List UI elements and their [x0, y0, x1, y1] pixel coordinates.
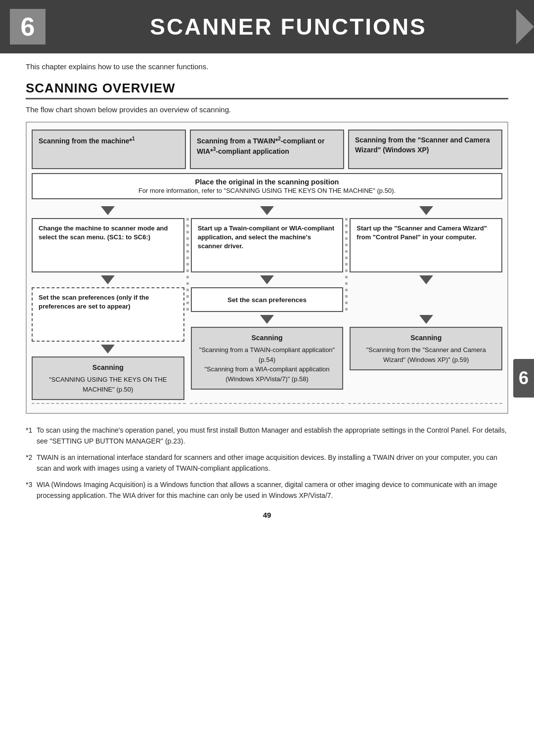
vdot	[186, 257, 189, 259]
vdot	[186, 250, 189, 253]
col-machine: Change the machine to scanner mode and s…	[32, 203, 184, 400]
scan-title-1: Scanning	[39, 362, 178, 373]
scan-text-1: "SCANNING USING THE KEYS ON THE MACHINE"…	[49, 376, 167, 393]
scan-title-3: Scanning	[356, 333, 495, 343]
arrow-down-1c	[101, 345, 115, 354]
vdot	[186, 269, 189, 272]
place-original-title: Place the original in the scanning posit…	[39, 178, 495, 186]
vdot	[345, 231, 348, 233]
place-original-box: Place the original in the scanning posit…	[32, 173, 502, 199]
arrow-down-2	[260, 206, 274, 215]
section-title: SCANNING OVERVIEW	[26, 81, 508, 96]
place-original-subtitle: For more information, refer to "SCANNING…	[39, 187, 495, 194]
bottom-dash-1	[32, 403, 186, 404]
footnote-3: *3 WIA (Windows Imaging Acquisition) is …	[26, 479, 508, 501]
vdot	[345, 263, 348, 266]
bottom-dash-2	[190, 403, 344, 404]
vdot	[186, 263, 189, 266]
vdot	[345, 302, 348, 304]
vdot	[186, 282, 189, 285]
three-col-wrapper: Change the machine to scanner mode and s…	[32, 203, 502, 400]
arrow-down-1	[101, 206, 115, 215]
scan-text-2a: "Scanning from a TWAIN-compliant applica…	[199, 346, 335, 363]
bottom-dash-row	[32, 403, 502, 406]
vdot	[345, 276, 348, 278]
fn-marker-3: *3	[26, 479, 35, 490]
footnote-2: *2 TWAIN is an international interface s…	[26, 452, 508, 474]
vdot	[345, 250, 348, 253]
set-scan-pref-dashed: Set the scan preferences (only if the pr…	[32, 287, 184, 342]
section-heading: SCANNING OVERVIEW	[26, 81, 508, 99]
header-arrow-icon	[516, 9, 534, 44]
set-scan-label: Set the scan preferences	[227, 296, 307, 304]
scan-box-machine: Scanning "SCANNING USING THE KEYS ON THE…	[32, 356, 184, 400]
content-area: This chapter explains how to use the sca…	[0, 62, 534, 519]
col-machine-inner: Change the machine to scanner mode and s…	[32, 203, 184, 400]
side-tab-number: 6	[519, 368, 529, 388]
scan-box-twain: Scanning "Scanning from a TWAIN-complian…	[191, 327, 344, 390]
vdot	[345, 289, 348, 291]
v-dots-1	[184, 203, 191, 400]
page-number: 49	[26, 511, 508, 519]
change-machine-box: Change the machine to scanner mode and s…	[32, 218, 184, 272]
vdot	[186, 244, 189, 246]
page-title: SCANNER FUNCTIONS	[57, 13, 519, 40]
vdot	[186, 295, 189, 298]
vdot	[186, 224, 189, 227]
v-dots-2	[343, 203, 350, 400]
vdot	[345, 257, 348, 259]
spacer-3	[350, 287, 502, 312]
vdot	[345, 269, 348, 272]
fn-marker-2: *2	[26, 452, 35, 463]
vdot	[345, 218, 348, 221]
scan-title-2: Scanning	[198, 333, 337, 343]
vdot	[345, 295, 348, 298]
arrow-down-3c	[419, 315, 433, 324]
top-box-machine: Scanning from the machine*1	[32, 130, 186, 169]
col-twain-inner: Start up a Twain-compliant or WIA-compli…	[191, 203, 344, 390]
vdot	[345, 237, 348, 240]
intro-text: This chapter explains how to use the sca…	[26, 62, 508, 71]
arrow-down-1b	[101, 275, 115, 284]
arrow-down-2b	[260, 275, 274, 284]
top-box-wizard: Scanning from the "Scanner and Camera Wi…	[348, 130, 502, 169]
vdot	[186, 308, 189, 311]
scan-text-3: "Scanning from the "Scanner and Camera W…	[366, 346, 486, 363]
page-header: 6 SCANNER FUNCTIONS	[0, 0, 534, 53]
col-wizard: Start up the "Scanner and Camera Wizard"…	[350, 203, 502, 400]
scan-box-wizard: Scanning "Scanning from the "Scanner and…	[350, 327, 502, 370]
vdot	[186, 289, 189, 291]
vdot	[186, 237, 189, 240]
top-row: Scanning from the machine*1 Scanning fro…	[32, 130, 502, 169]
set-scan-pref-box: Set the scan preferences	[191, 287, 344, 312]
vdot	[345, 244, 348, 246]
chapter-number: 6	[10, 9, 45, 44]
vdot	[345, 224, 348, 227]
vdot	[186, 302, 189, 304]
side-tab: 6	[513, 359, 534, 398]
vdot	[345, 308, 348, 311]
overview-intro: The flow chart shown below provides an o…	[26, 105, 508, 114]
arrow-down-3b	[419, 275, 433, 284]
scan-text-2b: "Scanning from a WIA-compliant applicati…	[204, 365, 329, 383]
arrow-down-3	[419, 206, 433, 215]
flowchart: Scanning from the machine*1 Scanning fro…	[26, 122, 508, 414]
fn-text-2: TWAIN is an international interface stan…	[37, 452, 508, 474]
chapter-num-text: 6	[21, 12, 35, 42]
footnote-1: *1 To scan using the machine's operation…	[26, 425, 508, 447]
footnotes: *1 To scan using the machine's operation…	[26, 425, 508, 501]
vdot	[345, 282, 348, 285]
arrow-down-2c	[260, 315, 274, 324]
start-twain-box: Start up a Twain-compliant or WIA-compli…	[191, 218, 344, 272]
fn-text-1: To scan using the machine's operation pa…	[37, 425, 508, 447]
fn-marker-1: *1	[26, 425, 35, 436]
col-twain: Start up a Twain-compliant or WIA-compli…	[191, 203, 344, 400]
top-box-twain: Scanning from a TWAIN*2-compliant or WIA…	[190, 130, 344, 169]
vdot	[186, 276, 189, 278]
col-wizard-inner: Start up the "Scanner and Camera Wizard"…	[350, 203, 502, 370]
vdot	[186, 231, 189, 233]
fn-text-3: WIA (Windows Imaging Acquisition) is a W…	[37, 479, 508, 501]
start-wizard-box: Start up the "Scanner and Camera Wizard"…	[350, 218, 502, 272]
vdot	[186, 218, 189, 221]
bottom-dash-3	[348, 403, 502, 404]
